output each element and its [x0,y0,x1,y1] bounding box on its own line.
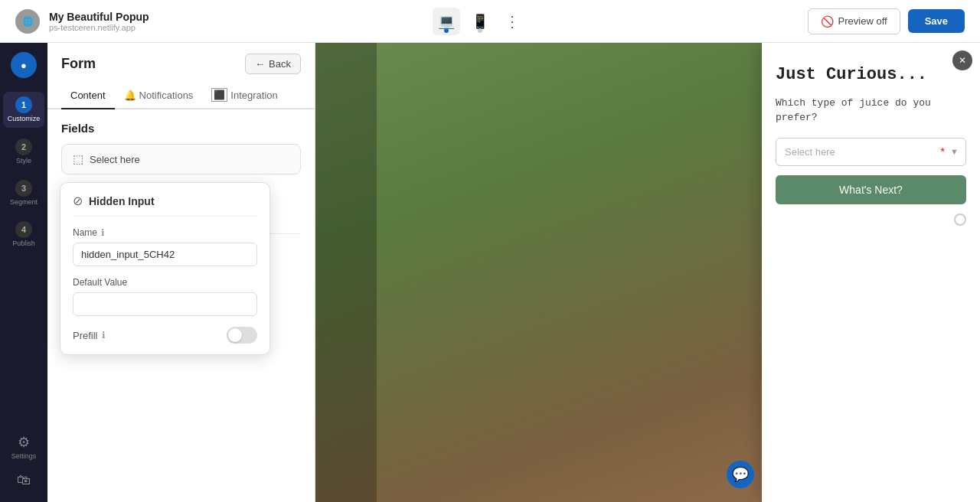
preview-label: Preview off [838,15,887,27]
hidden-input-title: Hidden Input [89,195,155,207]
select-field-icon: ⬚ [73,152,83,166]
name-field-group: Name ℹ [73,227,257,266]
prefill-row: Prefill ℹ [73,327,257,344]
default-value-label: Default Value [73,277,257,288]
popup-select[interactable] [776,138,966,166]
app-title: My Beautiful Popup [49,11,149,23]
popup-close-btn[interactable]: ✕ [952,51,972,70]
preview-button[interactable]: 🚫 Preview off [808,8,900,34]
sidebar-settings-label: Settings [11,452,37,460]
name-field-label: Name [73,227,97,238]
hidden-input-icon: ⊘ [73,194,83,208]
popup-radio[interactable] [954,214,966,226]
default-value-input[interactable] [73,292,257,316]
default-value-group: Default Value [73,277,257,316]
desktop-device-btn[interactable]: 💻 [433,8,460,35]
panel: Form ← Back Content 🔔 Notifications ⬛ In… [47,43,315,502]
back-arrow-icon: ← [255,58,265,70]
prefill-label-row: Prefill ℹ [73,330,106,341]
tab-notifications[interactable]: 🔔 Notifications [115,82,203,108]
settings-icon: ⚙ [18,434,30,451]
mobile-device-btn[interactable]: 📱 [466,8,494,35]
field-label: Select here [90,154,140,165]
integration-tab-label: Integration [230,90,277,101]
hidden-input-popup: ⊘ Hidden Input Name ℹ Default Value Pref… [60,182,270,355]
site-logo: 🌐 [15,9,40,34]
popup-btn-label: What's Next? [839,184,903,196]
popup-card: ✕ Just Curious... Which type of juice do… [762,43,980,502]
sidebar-item-settings[interactable]: ⚙ Settings [8,429,40,465]
name-info-icon: ℹ [101,227,105,238]
step-3-num: 3 [15,180,32,197]
integration-icon: ⬛ [211,88,227,102]
required-indicator: * [941,145,945,158]
popup-radio-row [776,214,966,226]
sidebar-nav: ● 1 Customize 2 Style 3 Segment 4 Publis… [0,43,47,502]
tab-content[interactable]: Content [61,82,115,109]
more-options-btn[interactable]: ⋮ [500,9,524,34]
popup-card-question: Which type of juice do you prefer? [776,96,966,126]
step-4-num: 4 [15,221,32,238]
back-button[interactable]: ← Back [245,54,301,74]
app-subtitle: ps-testceren.netlify.app [49,23,149,32]
sidebar-item-label-segment: Segment [10,198,38,206]
content-tab-label: Content [70,90,106,101]
fields-section-title: Fields [61,122,301,135]
close-icon: ✕ [959,55,966,66]
field-select-item[interactable]: ⬚ Select here [61,144,301,174]
popup-card-title: Just Curious... [776,64,966,86]
prefill-label: Prefill [73,330,98,341]
sidebar-item-label-publish: Publish [12,240,35,247]
notifications-tab-label: Notifications [139,90,194,101]
panel-tabs: Content 🔔 Notifications ⬛ Integration [47,82,315,109]
prefill-toggle[interactable] [227,327,257,344]
save-button[interactable]: Save [908,9,965,33]
sidebar-item-segment[interactable]: 3 Segment [3,175,44,210]
eye-off-icon: 🚫 [821,15,834,28]
popup-header-row: ⊘ Hidden Input [73,194,257,217]
sidebar-item-label-style: Style [16,157,31,165]
canvas: ✕ Just Curious... Which type of juice do… [315,43,980,502]
popup-next-btn[interactable]: What's Next? [776,175,966,204]
tab-integration[interactable]: ⬛ Integration [202,82,286,108]
panel-header: Form ← Back [47,43,315,82]
chat-icon-btn[interactable]: 💬 [727,461,754,488]
panel-title: Form [61,56,96,72]
sidebar-item-shop[interactable]: 🛍 [14,468,34,493]
sidebar-item-label-customize: Customize [8,115,41,123]
sidebar-item-publish[interactable]: 4 Publish [3,217,44,252]
sidebar-item-style[interactable]: 2 Style [3,134,44,169]
back-label: Back [269,58,291,70]
step-2-num: 2 [15,139,32,155]
device-selector: 💻 📱 ⋮ [433,8,524,35]
prefill-info-icon: ℹ [102,330,106,341]
bell-icon: 🔔 [124,90,136,101]
sidebar-item-customize[interactable]: 1 Customize [3,92,44,128]
sidebar-logo: ● [11,52,37,78]
popup-select-wrap: Select here * ▼ [776,138,966,166]
name-field-input[interactable] [73,243,257,266]
step-1-num: 1 [15,96,32,113]
name-label-row: Name ℹ [73,227,257,238]
shop-icon: 🛍 [17,472,31,488]
